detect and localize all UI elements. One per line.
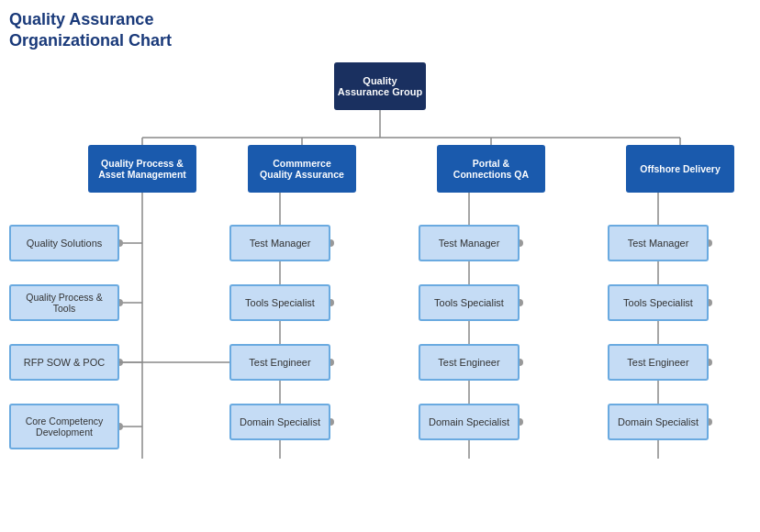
cqa-test-manager-node[interactable]: Test Manager <box>229 225 330 261</box>
cqa-domain-specialist-node[interactable]: Domain Specialist <box>229 404 330 440</box>
root-node[interactable]: Quality Assurance Group <box>334 62 426 110</box>
qpam-node[interactable]: Quality Process & Asset Management <box>88 145 196 193</box>
cqa-test-engineer-node[interactable]: Test Engineer <box>229 344 330 381</box>
cqa-node[interactable]: Commmerce Quality Assurance <box>248 145 356 193</box>
od-test-manager-node[interactable]: Test Manager <box>608 225 709 261</box>
rfp-sow-poc-node[interactable]: RFP SOW & POC <box>9 344 119 381</box>
cqa-tools-specialist-node[interactable]: Tools Specialist <box>229 284 330 321</box>
quality-process-tools-node[interactable]: Quality Process & Tools <box>9 284 119 321</box>
od-domain-specialist-node[interactable]: Domain Specialist <box>608 404 709 440</box>
quality-solutions-node[interactable]: Quality Solutions <box>9 225 119 261</box>
pcqa-test-engineer-node[interactable]: Test Engineer <box>419 344 520 381</box>
pcqa-test-manager-node[interactable]: Test Manager <box>419 225 520 261</box>
core-competency-node[interactable]: Core Competency Development <box>9 404 119 449</box>
page: Quality Assurance Organizational Chart <box>0 0 760 532</box>
pcqa-domain-specialist-node[interactable]: Domain Specialist <box>419 404 520 440</box>
pcqa-node[interactable]: Portal & Connections QA <box>437 145 545 193</box>
page-title: Quality Assurance Organizational Chart <box>9 9 172 52</box>
od-node[interactable]: Offshore Delivery <box>626 145 734 193</box>
od-test-engineer-node[interactable]: Test Engineer <box>608 344 709 381</box>
pcqa-tools-specialist-node[interactable]: Tools Specialist <box>419 284 520 321</box>
od-tools-specialist-node[interactable]: Tools Specialist <box>608 284 709 321</box>
